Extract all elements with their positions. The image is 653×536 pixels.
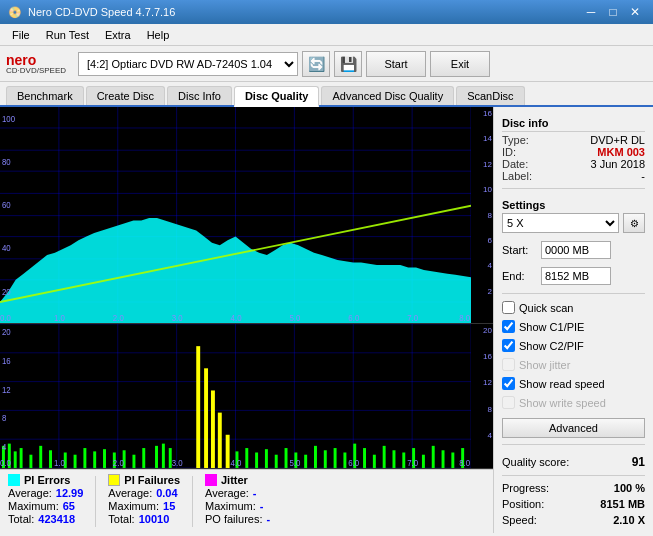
jitter-label: Jitter — [221, 474, 248, 486]
pi-failures-max-label: Maximum: — [108, 500, 159, 512]
tab-disc-quality[interactable]: Disc Quality — [234, 86, 320, 107]
toolbar: nero CD·DVD/SPEED [4:2] Optiarc DVD RW A… — [0, 46, 653, 82]
drive-select[interactable]: [4:2] Optiarc DVD RW AD-7240S 1.04 — [78, 52, 298, 76]
disc-date-row: Date: 3 Jun 2018 — [502, 158, 645, 170]
menu-file[interactable]: File — [4, 27, 38, 43]
quality-score-label: Quality score: — [502, 456, 569, 468]
progress-value: 100 % — [614, 482, 645, 494]
end-input[interactable] — [541, 267, 611, 285]
svg-text:8.0: 8.0 — [459, 457, 470, 468]
svg-rect-55 — [39, 446, 42, 468]
disc-id-value: MKM 003 — [597, 146, 645, 158]
svg-text:7.0: 7.0 — [407, 312, 418, 323]
start-input[interactable] — [541, 241, 611, 259]
tab-disc-info[interactable]: Disc Info — [167, 86, 232, 105]
pi-failures-color — [108, 474, 120, 486]
pi-errors-color — [8, 474, 20, 486]
show-jitter-label: Show jitter — [519, 359, 570, 371]
disc-type-label: Type: — [502, 134, 529, 146]
start-field-row: Start: — [502, 241, 645, 259]
show-read-speed-row: Show read speed — [502, 377, 645, 390]
svg-text:6.0: 6.0 — [348, 457, 359, 468]
legend-sep1 — [95, 476, 96, 527]
menu-extra[interactable]: Extra — [97, 27, 139, 43]
y-right-2: 2 — [472, 287, 492, 296]
tab-advanced-disc-quality[interactable]: Advanced Disc Quality — [321, 86, 454, 105]
show-c1-pie-checkbox[interactable] — [502, 320, 515, 333]
menu-help[interactable]: Help — [139, 27, 178, 43]
show-write-speed-checkbox[interactable] — [502, 396, 515, 409]
tab-scan-disc[interactable]: ScanDisc — [456, 86, 524, 105]
start-button[interactable]: Start — [366, 51, 426, 77]
lower-y-right-20: 20 — [472, 326, 492, 335]
jitter-color — [205, 474, 217, 486]
app-icon: 📀 — [8, 6, 22, 19]
menu-run-test[interactable]: Run Test — [38, 27, 97, 43]
svg-text:4: 4 — [2, 442, 7, 453]
quick-scan-checkbox[interactable] — [502, 301, 515, 314]
save-button[interactable]: 💾 — [334, 51, 362, 77]
show-read-speed-label: Show read speed — [519, 378, 605, 390]
show-c1-pie-row: Show C1/PIE — [502, 320, 645, 333]
tab-create-disc[interactable]: Create Disc — [86, 86, 165, 105]
refresh-button[interactable]: 🔄 — [302, 51, 330, 77]
disc-date-label: Date: — [502, 158, 528, 170]
pi-errors-avg-value: 12.99 — [56, 487, 84, 499]
show-c2-pif-row: Show C2/PIF — [502, 339, 645, 352]
disc-label-label: Label: — [502, 170, 532, 182]
pi-errors-max-value: 65 — [63, 500, 75, 512]
pi-failures-label: PI Failures — [124, 474, 180, 486]
exit-button[interactable]: Exit — [430, 51, 490, 77]
disc-type-value: DVD+R DL — [590, 134, 645, 146]
lower-y-right-8: 8 — [472, 405, 492, 414]
po-failures-value: - — [266, 513, 270, 525]
svg-text:0.0: 0.0 — [0, 457, 11, 468]
right-panel: Disc info Type: DVD+R DL ID: MKM 003 Dat… — [493, 107, 653, 533]
lower-chart: 0.0 1.0 2.0 3.0 4.0 5.0 6.0 7.0 8.0 20 1… — [0, 324, 471, 468]
position-label: Position: — [502, 498, 544, 510]
maximize-button[interactable]: □ — [603, 3, 623, 21]
pi-errors-label: PI Errors — [24, 474, 70, 486]
settings-icon-button[interactable]: ⚙ — [623, 213, 645, 233]
speed-settings-row: 5 X ⚙ — [502, 213, 645, 233]
svg-rect-53 — [20, 448, 23, 468]
svg-rect-77 — [265, 449, 268, 468]
y-right-16: 16 — [472, 109, 492, 118]
advanced-button[interactable]: Advanced — [502, 418, 645, 438]
disc-label-value: - — [641, 170, 645, 182]
lower-y-right-4: 4 — [472, 431, 492, 440]
settings-title: Settings — [502, 199, 645, 211]
svg-text:3.0: 3.0 — [172, 457, 183, 468]
end-field-row: End: — [502, 267, 645, 285]
speed-select[interactable]: 5 X — [502, 213, 619, 233]
svg-rect-91 — [402, 452, 405, 468]
menu-bar: File Run Test Extra Help — [0, 24, 653, 46]
svg-text:2.0: 2.0 — [113, 457, 124, 468]
position-row: Position: 8151 MB — [502, 498, 645, 510]
show-c2-pif-checkbox[interactable] — [502, 339, 515, 352]
show-write-speed-label: Show write speed — [519, 397, 606, 409]
svg-rect-52 — [14, 451, 17, 468]
y-right-12: 12 — [472, 160, 492, 169]
title-bar: 📀 Nero CD-DVD Speed 4.7.7.16 ─ □ ✕ — [0, 0, 653, 24]
show-jitter-checkbox[interactable] — [502, 358, 515, 371]
svg-rect-96 — [451, 452, 454, 468]
svg-rect-70 — [204, 368, 208, 468]
upper-chart: 0.0 1.0 2.0 3.0 4.0 5.0 6.0 7.0 8.0 100 … — [0, 107, 471, 323]
svg-rect-89 — [383, 446, 386, 468]
legend-pi-errors: PI Errors Average: 12.99 Maximum: 65 Tot… — [8, 474, 83, 529]
svg-rect-82 — [314, 446, 317, 468]
svg-rect-73 — [226, 435, 230, 468]
svg-text:80: 80 — [2, 156, 11, 167]
show-read-speed-checkbox[interactable] — [502, 377, 515, 390]
pi-errors-total-value: 423418 — [38, 513, 75, 525]
progress-row: Progress: 100 % — [502, 482, 645, 494]
close-button[interactable]: ✕ — [625, 3, 645, 21]
minimize-button[interactable]: ─ — [581, 3, 601, 21]
tab-benchmark[interactable]: Benchmark — [6, 86, 84, 105]
svg-text:1.0: 1.0 — [54, 312, 65, 323]
settings-section: Settings 5 X ⚙ — [502, 195, 645, 235]
svg-text:8.0: 8.0 — [459, 312, 470, 323]
legend-pi-failures: PI Failures Average: 0.04 Maximum: 15 To… — [108, 474, 180, 529]
jitter-avg-label: Average: — [205, 487, 249, 499]
